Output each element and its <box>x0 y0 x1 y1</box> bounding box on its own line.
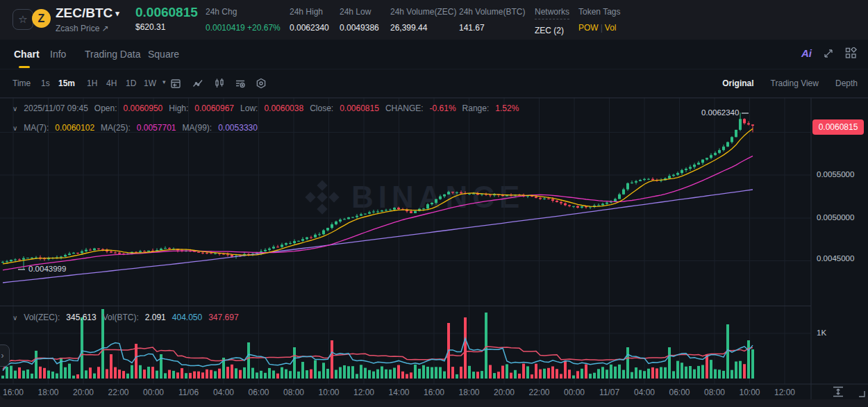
session-low-label: 0.0043999 <box>28 265 66 273</box>
app-window: BINANCE ☆ Z ZEC/BTC▾ Zcash Price ↗ 0.006… <box>0 0 868 407</box>
interval-15m[interactable]: 15m <box>58 78 75 88</box>
favorite-star-button[interactable]: ☆ <box>12 9 33 30</box>
x-axis-label: 10:00 <box>318 388 339 397</box>
x-axis-label: 00:00 <box>143 388 164 397</box>
x-axis-label: 11/06 <box>178 388 199 397</box>
x-axis-label: 22:00 <box>108 388 128 397</box>
stat-24h-volume-zec: 24h Volume(ZEC) 26,399.44 <box>390 7 456 33</box>
interval-1d[interactable]: 1D <box>126 78 136 88</box>
x-axis-label: 10:00 <box>739 388 760 397</box>
y-axis-label: 0.0055000 <box>817 170 854 178</box>
chart-style-icon[interactable] <box>192 78 203 89</box>
x-axis-label: 08:00 <box>704 388 725 397</box>
x-axis-label: 12:00 <box>774 388 795 397</box>
zec-coin-icon: Z <box>32 9 51 28</box>
open-value: 0.0060950 <box>124 103 163 113</box>
x-axis-label: 04:00 <box>634 388 655 397</box>
candlestick-type-icon[interactable] <box>214 78 225 89</box>
session-high-label: 0.0062340 <box>701 108 739 117</box>
x-axis-label: 18:00 <box>458 388 479 397</box>
watermark-text: BINANCE <box>351 180 524 215</box>
ohlc-readout: ∨ 2025/11/07 09:45 Open:0.0060950 High:0… <box>12 103 519 113</box>
x-axis-label: 04:00 <box>213 388 234 397</box>
interval-4h[interactable]: 4H <box>106 78 117 88</box>
resize-corner-handle[interactable] <box>857 389 867 399</box>
x-axis-label: 16:00 <box>3 388 24 397</box>
mode-trading-view[interactable]: Trading View <box>771 78 819 88</box>
x-axis-label: 08:00 <box>283 388 304 397</box>
collapse-chevron-icon[interactable]: ∨ <box>12 124 17 132</box>
ma25-value: 0.0057701 <box>137 123 176 133</box>
interval-1s[interactable]: 1s <box>41 78 50 88</box>
tab-chart[interactable]: Chart <box>14 49 40 60</box>
interval-more-caret-icon[interactable]: ▾ <box>162 78 166 85</box>
mode-depth[interactable]: Depth <box>835 78 858 88</box>
range-value: 1.52% <box>495 103 519 113</box>
auto-fit-scale-icon[interactable] <box>831 384 846 399</box>
interval-1h[interactable]: 1H <box>87 78 97 88</box>
x-axis-label: 18:00 <box>37 388 58 397</box>
stat-token-tags: Token Tags POW|Vol <box>578 7 621 33</box>
networks-value[interactable]: ZEC (2) <box>535 26 569 35</box>
volume-readout: ∨ Vol(ZEC):345.613 Vol(BTC):2.091 404.05… <box>12 313 239 322</box>
collapse-chevron-icon[interactable]: ∨ <box>12 105 17 113</box>
mode-original[interactable]: Original <box>722 78 753 88</box>
pair-name: ZEC/BTC <box>56 6 112 20</box>
jump-to-date-icon[interactable] <box>170 78 181 89</box>
stat-24h-low: 24h Low 0.0049386 <box>340 7 379 33</box>
x-axis-label: 06:00 <box>669 388 690 397</box>
tag-vol-link[interactable]: Vol <box>605 23 617 33</box>
candle-datetime: 2025/11/07 09:45 <box>24 103 88 113</box>
x-axis-label: 22:00 <box>528 388 549 397</box>
ai-assistant-button[interactable]: Ai <box>801 47 812 59</box>
x-axis-label: 12:00 <box>353 388 374 397</box>
interval-1w[interactable]: 1W <box>144 78 156 88</box>
x-axis-label: 14:00 <box>388 388 409 397</box>
vol-zec-value: 345.613 <box>66 313 96 322</box>
header: ☆ Z ZEC/BTC▾ Zcash Price ↗ 0.0060815 $62… <box>0 0 868 40</box>
ma99-value: 0.0053330 <box>218 123 258 133</box>
x-axis-label: 11/07 <box>599 388 619 397</box>
tabs-row: Chart Info Trading Data Square <box>0 40 868 69</box>
current-price-badge: 0.0060815 <box>812 119 864 135</box>
binance-watermark: BINANCE <box>304 179 524 215</box>
pair-selector[interactable]: ZEC/BTC▾ <box>56 6 119 21</box>
last-price: 0.0060815 <box>135 5 198 20</box>
y-axis-label: 0.0045000 <box>817 254 854 263</box>
stat-24h-chg: 24h Chg 0.0010419 +20.67% <box>206 7 281 33</box>
mavol-slow-value: 347.697 <box>208 313 238 322</box>
mavol-fast-value: 404.050 <box>172 313 202 322</box>
layout-widgets-icon[interactable] <box>845 47 857 59</box>
low-value: 0.0060038 <box>264 103 303 113</box>
x-axis-label: 16:00 <box>424 388 444 397</box>
x-axis-label: 20:00 <box>494 388 515 397</box>
x-axis-label: 00:00 <box>564 388 585 397</box>
panel-expander-handle[interactable]: › <box>0 344 10 367</box>
x-axis-label: 06:00 <box>248 388 269 397</box>
stat-networks: Networks ZEC (2) <box>535 7 569 35</box>
high-value: 0.0060967 <box>194 103 234 113</box>
fullscreen-expand-icon[interactable] <box>823 48 834 59</box>
close-value: 0.0060815 <box>340 103 379 113</box>
volume-axis-label: 1K <box>817 329 826 337</box>
binance-logo-icon <box>304 179 340 215</box>
ma-readout: ∨ MA(7):0.0060102 MA(25):0.0057701 MA(99… <box>12 123 258 133</box>
active-tab-underline <box>19 66 30 68</box>
zcash-price-link[interactable]: Zcash Price ↗ <box>56 24 109 33</box>
tab-square[interactable]: Square <box>148 49 179 60</box>
indicators-icon[interactable] <box>235 78 246 89</box>
price-usd: $620.31 <box>135 22 165 32</box>
external-link-icon: ↗ <box>102 24 109 33</box>
collapse-chevron-icon[interactable]: ∨ <box>12 314 17 322</box>
x-axis-label: 20:00 <box>73 388 94 397</box>
vol-btc-value: 2.091 <box>145 313 166 322</box>
y-axis-label: 0.0050000 <box>817 213 854 222</box>
tag-pow-link[interactable]: POW <box>578 23 599 33</box>
chart-settings-icon[interactable] <box>256 78 267 89</box>
tab-info[interactable]: Info <box>50 49 66 60</box>
chart-mode-switch: Original Trading View Depth <box>722 78 858 88</box>
tab-trading-data[interactable]: Trading Data <box>85 49 140 60</box>
time-label: Time <box>12 78 31 88</box>
star-icon: ☆ <box>18 13 27 25</box>
chevron-down-icon: ▾ <box>115 9 119 17</box>
